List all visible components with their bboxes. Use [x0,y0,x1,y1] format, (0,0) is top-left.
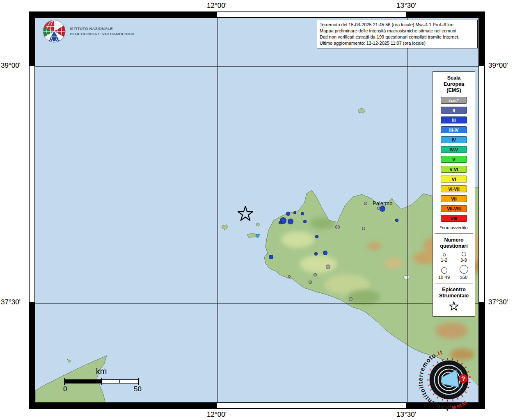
questionnaire-size-1-2: 1-2 [434,252,454,262]
intensity-point-na [309,281,312,284]
frame-bar-left [29,12,35,409]
map-canvas: Palermo ISTITUTO NAZIONALE [35,18,479,403]
intensity-point-III [269,255,273,259]
ems-class-VIII: VIII [441,215,467,222]
ems-class-III-IV: III-IV [441,126,467,133]
ems-class-VII: VII [441,195,467,202]
haisentito-logo: ? www.haisentitoilterremoto.it [416,347,482,413]
legend-panel: Scala Europea (EMS) n.a.*IIIIIIII-IVIVIV… [433,71,475,317]
epicenter-star [237,206,254,222]
questionnaire-size-3-9: 3-9 [454,252,474,262]
questionnaire-size-≥50: ≥50 [454,265,474,280]
scale-bar-unit: km [64,367,138,376]
legend-title: Scala Europea (EMS) [444,75,464,94]
ems-class-IV: IV [441,136,467,143]
ems-class-III: III [441,116,467,123]
legend-divider [435,233,473,234]
lon-label-top-right: 13°30' [388,2,425,10]
event-info-line: Terremoto del 15-03-2025 21:45:56 (ora l… [320,22,475,28]
ems-class-n.a.*: n.a.* [441,97,467,104]
questionnaire-title: Numero questionari [440,237,467,249]
intensity-point-na [377,207,380,210]
ems-class-IV-V: IV-V [441,146,467,153]
lat-label-right-top: 39°00' [488,62,508,70]
scale-bar-start: 0 [63,385,67,393]
epicenter-legend-star-icon [449,301,459,311]
legend-footnote: *non avvertito [440,225,467,230]
lon-label-bottom-left: 12°00' [198,411,235,419]
intensity-point-III [303,220,307,223]
intensity-point-III [288,219,293,224]
intensity-point-na [288,275,291,278]
intensity-point-III [301,212,304,215]
intensity-points-layer [35,18,478,402]
scale-bar-graphic [64,379,138,383]
intensity-point-III [315,235,318,238]
ems-class-V: V [441,156,467,163]
ems-class-VI-VII: VI-VII [441,185,467,192]
intensity-point-III [286,212,290,216]
event-info-line: Ultimo aggiornamento: 13-12-2025 11:07 (… [320,40,475,46]
intensity-point-III [380,206,385,212]
intensity-point-III [279,221,282,224]
intensity-point-na [335,225,340,229]
frame-bar-top [29,12,485,18]
ems-class-VI: VI [441,176,467,183]
questionnaire-size-grid: 1-23-910-49≥50 [434,252,474,280]
intensity-point-na [349,297,352,301]
intensity-point-na [314,273,317,276]
questionnaire-size-10-49: 10-49 [434,265,454,280]
ingv-logo: ISTITUTO NAZIONALE DI GEOFISICA E VULCAN… [42,19,135,43]
event-info-box: Terremoto del 15-03-2025 21:45:56 (ora l… [317,20,478,48]
lat-label-left-top: 39°00' [1,62,21,70]
scale-bar: km 0 50 [64,367,138,393]
ems-class-II: II [441,107,467,114]
ems-class-VII-VIII: VII-VIII [441,205,467,212]
event-info-line: Dati non verificati estratti da 199 ques… [320,34,475,40]
lat-label-left-bottom: 37°30' [1,298,21,306]
ingv-title: ISTITUTO NAZIONALE DI GEOFISICA E VULCAN… [70,26,135,37]
intensity-point-IV [256,234,259,237]
epicenter-legend-title: Epicentro Strumentale [439,287,469,299]
event-info-line: Mappa preliminare delle intensità macros… [320,28,475,34]
ems-class-V-VI: V-VI [441,166,467,173]
ems-class-list: n.a.*IIIIIIII-IVIVIV-VVV-VIVIVI-VIIVIIVI… [441,97,467,225]
intensity-point-III [395,219,398,222]
intensity-point-III [314,252,318,256]
ingv-globe-icon [42,19,66,43]
lat-label-right-bottom: 37°30' [488,298,508,306]
lon-label-top-left: 12°00' [198,2,235,10]
intensity-point-III [323,251,327,255]
legend-divider [435,283,473,283]
intensity-point-na [362,227,365,230]
page: 12°00' 13°30' 12°00' 13°30' 39°00' 37°30… [0,0,515,420]
intensity-point-III [293,211,296,214]
intensity-point-na [326,265,330,269]
city-label-palermo: Palermo [373,200,392,206]
scale-bar-end: 50 [134,385,142,393]
intensity-point-na [364,202,367,205]
